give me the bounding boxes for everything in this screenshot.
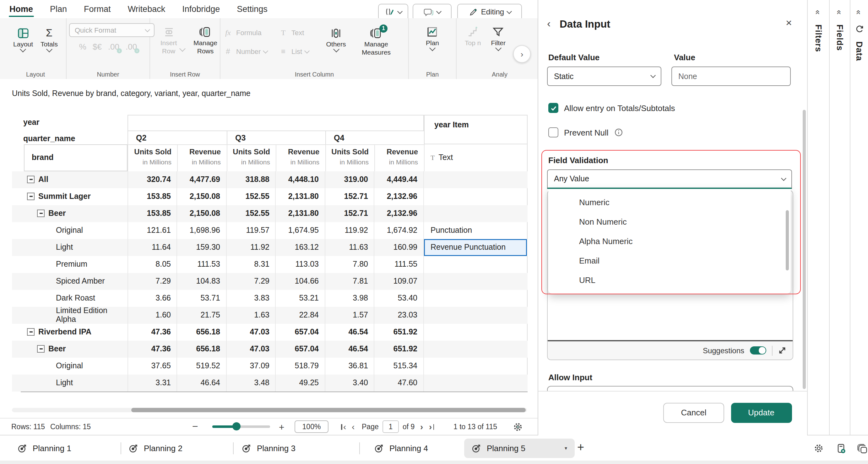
value-cell[interactable]: 119.57 <box>226 222 275 239</box>
add-sheet-button[interactable]: + <box>577 440 584 454</box>
prevent-null-checkbox-row[interactable]: Prevent Null <box>548 127 623 137</box>
value-cell[interactable]: 8.31 <box>226 256 275 273</box>
row-label[interactable]: Riverbend IPA <box>12 324 127 340</box>
quarter-header-q2[interactable]: Q2 <box>127 131 226 144</box>
value-cell[interactable]: 152.55 <box>226 205 275 222</box>
value-cell[interactable]: 36.81 <box>324 357 374 374</box>
value-cell[interactable]: 152.71 <box>324 205 374 222</box>
allow-entry-checkbox-row[interactable]: Allow entry on Totals/Subtotals <box>548 103 675 113</box>
dropdown-option[interactable]: Alpha Numeric <box>548 232 791 251</box>
row-label[interactable]: Dark Roast <box>12 290 127 306</box>
manage-rows-button[interactable]: Manage Rows <box>192 25 219 56</box>
insert-list-button[interactable]: ≡ List <box>278 44 317 58</box>
percent-format-icon[interactable]: % <box>79 42 86 52</box>
decimal-increase-icon[interactable]: .00› <box>126 42 137 52</box>
row-label[interactable]: Original <box>12 357 127 374</box>
year-item-cell-selected[interactable]: Revenue Punctuation <box>423 239 527 256</box>
year-value-cell[interactable] <box>127 114 424 131</box>
collapse-toggle-icon[interactable] <box>27 176 35 183</box>
value-cell[interactable]: 47.36 <box>127 324 177 340</box>
suggestions-toggle[interactable] <box>750 346 766 355</box>
value-cell[interactable]: 163.12 <box>275 239 324 256</box>
row-label[interactable]: Light <box>12 239 127 256</box>
insert-row-button[interactable]: Insert Row <box>151 25 187 56</box>
value-cell[interactable]: 3.48 <box>226 374 275 391</box>
row-label[interactable]: Beer <box>12 205 127 222</box>
value-cell[interactable]: 46.64 <box>177 374 226 391</box>
value-cell[interactable]: 153.85 <box>127 188 177 205</box>
row-label[interactable]: Premium <box>12 256 127 273</box>
value-cell[interactable]: 1.60 <box>127 306 177 324</box>
refresh-icon[interactable] <box>855 25 864 34</box>
year-item-cell[interactable] <box>423 374 527 391</box>
measure-header-revenue-q2[interactable]: Revenuein Millions <box>177 144 226 171</box>
value-cell[interactable]: 11.64 <box>127 239 177 256</box>
row-label[interactable]: All <box>12 171 127 188</box>
value-cell[interactable]: 518.79 <box>275 357 324 374</box>
fields-pane-tab[interactable]: « Fields <box>829 0 850 434</box>
value-cell[interactable]: 47.60 <box>374 374 423 391</box>
year-item-cell[interactable] <box>423 171 527 188</box>
value-cell[interactable]: 160.99 <box>374 239 423 256</box>
dropdown-option[interactable]: Email <box>548 251 791 270</box>
value-cell[interactable]: 23.03 <box>374 306 423 324</box>
year-item-cell[interactable] <box>423 357 527 374</box>
expand-formula-icon[interactable] <box>778 346 786 355</box>
measure-header-revenue-q4[interactable]: Revenuein Millions <box>374 144 424 171</box>
row-label[interactable]: Limited Edition Alpha <box>12 306 127 324</box>
data-pane-tab[interactable]: « Data <box>850 0 868 434</box>
row-label[interactable]: Light <box>12 374 127 391</box>
value-cell[interactable]: 104.66 <box>275 273 324 290</box>
layout-button[interactable]: Layout <box>11 26 35 53</box>
dropdown-option[interactable]: Non Numeric <box>548 212 791 232</box>
measure-header-units-q3[interactable]: Units Soldin Millions <box>226 144 276 171</box>
value-cell[interactable]: 651.92 <box>374 340 423 357</box>
value-cell[interactable]: 49.25 <box>275 374 324 391</box>
settings-button[interactable] <box>813 443 824 453</box>
value-cell[interactable]: 3.40 <box>324 374 374 391</box>
menu-item-plan[interactable]: Plan <box>49 2 67 16</box>
horizontal-scrollbar[interactable] <box>12 408 527 412</box>
dropdown-scrollbar-thumb[interactable] <box>786 210 789 270</box>
value-cell[interactable]: 119.92 <box>324 222 374 239</box>
checkbox-checked-icon[interactable] <box>548 103 558 113</box>
value-cell[interactable]: 3.31 <box>127 374 177 391</box>
measure-header-units-q4[interactable]: Units Soldin Millions <box>325 144 374 171</box>
menu-item-home[interactable]: Home <box>9 2 34 16</box>
value-cell[interactable]: 651.92 <box>374 324 423 340</box>
value-cell[interactable]: 656.18 <box>177 340 226 357</box>
value-cell[interactable]: 657.04 <box>275 340 324 357</box>
insert-number-button[interactable]: # Number <box>223 44 276 58</box>
year-item-cell[interactable] <box>423 205 527 222</box>
row-label[interactable]: Summit Lager <box>12 188 127 205</box>
value-cell[interactable]: 104.83 <box>177 273 226 290</box>
zoom-out-button[interactable]: − <box>192 419 198 434</box>
panel-scrollbar-thumb[interactable] <box>803 110 806 389</box>
value-cell[interactable]: 111.55 <box>374 256 423 273</box>
year-item-cell[interactable]: Punctuation <box>423 222 527 239</box>
page-number-input[interactable]: 1 <box>382 420 399 433</box>
menu-item-settings[interactable]: Settings <box>236 2 268 16</box>
field-validation-dropdown[interactable]: Any Value <box>547 169 792 189</box>
page-next-button[interactable]: › <box>420 419 423 434</box>
zoom-in-button[interactable]: + <box>279 419 284 434</box>
value-cell[interactable]: 11.63 <box>324 239 374 256</box>
info-icon[interactable] <box>614 128 623 137</box>
copy-sheets-icon[interactable] <box>857 443 868 454</box>
value-cell[interactable]: 111.53 <box>177 256 226 273</box>
value-input[interactable]: None <box>672 67 791 86</box>
year-item-cell[interactable] <box>423 256 527 273</box>
others-button[interactable]: Others <box>320 26 352 58</box>
sheet-tab[interactable]: Planning 1 <box>18 435 71 461</box>
manage-measures-button[interactable]: 1 Manage Measures <box>355 26 398 58</box>
menu-item-format[interactable]: Format <box>83 2 112 16</box>
value-cell[interactable]: 37.09 <box>226 357 275 374</box>
value-cell[interactable]: 53.21 <box>275 290 324 306</box>
value-cell[interactable]: 657.04 <box>275 324 324 340</box>
value-cell[interactable]: 4,477.69 <box>177 171 226 188</box>
dim-brand-label[interactable]: brand <box>24 144 127 171</box>
measure-header-units-q2[interactable]: Units Soldin Millions <box>127 144 177 171</box>
value-cell[interactable]: 159.30 <box>177 239 226 256</box>
value-cell[interactable]: 47.03 <box>226 324 275 340</box>
value-cell[interactable]: 1.63 <box>226 306 275 324</box>
